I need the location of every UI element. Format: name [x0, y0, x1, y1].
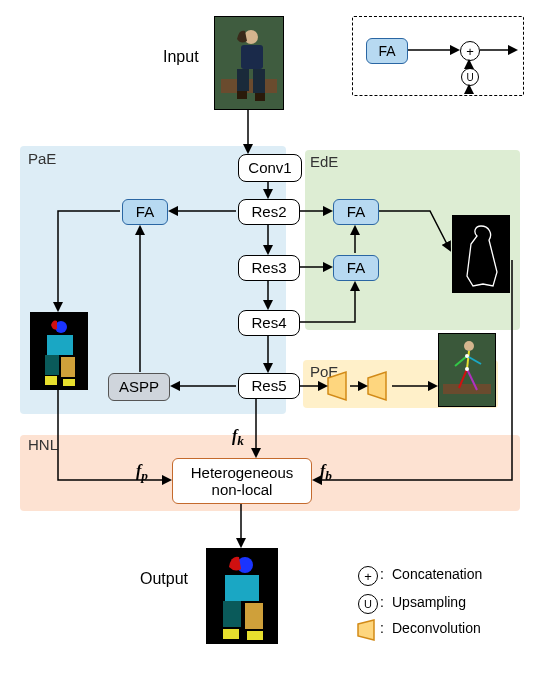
- output-parsing-icon: [207, 549, 277, 643]
- svg-rect-23: [241, 45, 263, 69]
- fb-label: fb: [320, 462, 332, 484]
- svg-marker-8: [328, 372, 346, 400]
- parsing-thumb-icon: [31, 313, 87, 389]
- pose-thumb-icon: [439, 334, 495, 406]
- upsample-symbol-legend: U: [461, 68, 479, 86]
- fa-legend-block: FA: [366, 38, 408, 64]
- legend-upsample-text: Upsampling: [392, 594, 466, 610]
- svg-rect-4: [61, 357, 75, 377]
- svg-rect-5: [45, 376, 57, 385]
- input-thumb: [214, 16, 284, 110]
- legend-colon-2: :: [380, 594, 384, 610]
- svg-marker-9: [368, 372, 386, 400]
- svg-rect-31: [223, 601, 241, 627]
- input-label: Input: [163, 48, 199, 66]
- ede-output-thumb: [452, 215, 510, 293]
- svg-rect-3: [45, 355, 59, 375]
- deconv-2: [366, 370, 392, 402]
- output-thumb: [206, 548, 278, 644]
- ede-label: EdE: [310, 153, 338, 170]
- legend-concat-text: Concatenation: [392, 566, 482, 582]
- legend-upsample-symbol: U: [358, 594, 378, 614]
- legend-colon-1: :: [380, 566, 384, 582]
- ede-fa-bottom: FA: [333, 255, 379, 281]
- pae-fa-block: FA: [122, 199, 168, 225]
- svg-rect-25: [253, 69, 265, 93]
- pae-label: PaE: [28, 150, 56, 167]
- svg-rect-11: [443, 384, 491, 394]
- res4-block: Res4: [238, 310, 300, 336]
- concat-symbol-legend: +: [460, 41, 480, 61]
- svg-marker-35: [358, 620, 374, 640]
- fk-label: fk: [232, 427, 244, 449]
- svg-rect-6: [63, 379, 75, 386]
- svg-rect-34: [247, 631, 263, 640]
- legend-concat-symbol: +: [358, 566, 378, 586]
- conv1-block: Conv1: [238, 154, 302, 182]
- svg-rect-26: [237, 91, 247, 99]
- legend-deconv-text: Deconvolution: [392, 620, 481, 636]
- hnl-region-label: HNL: [28, 436, 58, 453]
- legend-deconv-symbol: [356, 618, 378, 642]
- res3-block: Res3: [238, 255, 300, 281]
- edge-thumb-icon: [453, 216, 509, 292]
- svg-rect-33: [223, 629, 239, 639]
- pae-output-thumb: [30, 312, 88, 390]
- aspp-block: ASPP: [108, 373, 170, 401]
- svg-rect-7: [453, 216, 509, 292]
- fp-label: fp: [136, 462, 148, 484]
- deconv-1: [326, 370, 352, 402]
- svg-rect-32: [245, 603, 263, 629]
- svg-rect-30: [225, 575, 259, 601]
- ede-fa-top: FA: [333, 199, 379, 225]
- svg-rect-24: [237, 69, 249, 91]
- res2-block: Res2: [238, 199, 300, 225]
- hnl-block: Heterogeneous non-local: [172, 458, 312, 504]
- res5-block: Res5: [238, 373, 300, 399]
- svg-rect-2: [47, 335, 73, 355]
- svg-point-12: [464, 341, 474, 351]
- poe-output-thumb: [438, 333, 496, 407]
- input-photo-icon: [215, 17, 283, 109]
- svg-rect-27: [255, 93, 265, 101]
- output-label: Output: [140, 570, 188, 588]
- svg-point-18: [465, 354, 469, 358]
- svg-point-19: [465, 367, 469, 371]
- legend-colon-3: :: [380, 620, 384, 636]
